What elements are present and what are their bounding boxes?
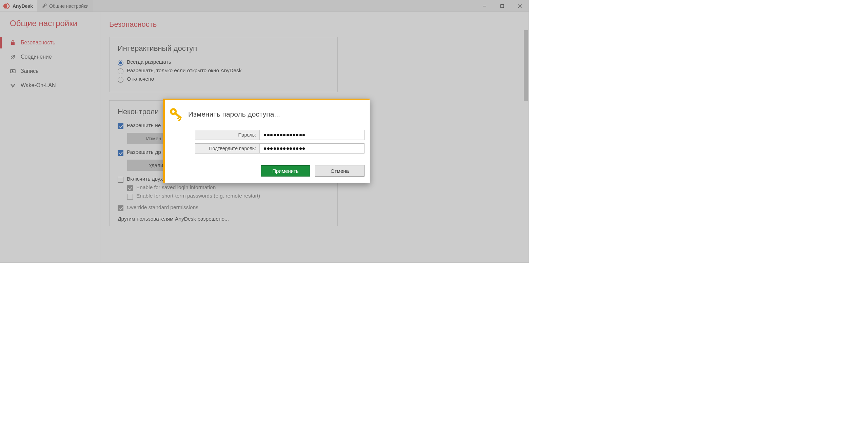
radio-option-window-open[interactable]: Разрешать, только если открыто окно AnyD… bbox=[118, 67, 329, 74]
radio-label: Всегда разрешать bbox=[127, 59, 171, 65]
app-name: AnyDesk bbox=[13, 3, 33, 9]
password-field[interactable]: Пароль: bbox=[195, 130, 364, 140]
sidebar-title: Общие настройки bbox=[10, 19, 100, 28]
scrollbar-thumb[interactable] bbox=[524, 30, 528, 101]
confirm-password-label: Подтвердите пароль: bbox=[195, 144, 260, 153]
anydesk-logo-icon bbox=[3, 3, 11, 9]
sidebar-item-security[interactable]: Безопасность bbox=[0, 36, 100, 50]
sidebar-item-label: Wake-On-LAN bbox=[21, 82, 56, 88]
key-icon bbox=[166, 104, 185, 124]
sidebar-item-connection[interactable]: Соединение bbox=[0, 50, 100, 64]
radio-option-disabled[interactable]: Отключено bbox=[118, 76, 329, 83]
apply-button[interactable]: Применить bbox=[261, 165, 310, 177]
connection-icon bbox=[10, 54, 16, 60]
confirm-password-field[interactable]: Подтвердите пароль: bbox=[195, 143, 364, 154]
tab-settings-label: Общие настройки bbox=[49, 3, 88, 9]
radio-icon bbox=[118, 77, 123, 83]
checkbox-icon bbox=[118, 177, 123, 183]
sidebar-item-label: Безопасность bbox=[21, 40, 55, 46]
checkbox-icon bbox=[118, 205, 123, 211]
checkbox-saved-login[interactable]: Enable for saved login information bbox=[127, 184, 329, 191]
radio-option-always[interactable]: Всегда разрешать bbox=[118, 59, 329, 66]
change-password-dialog: Изменить пароль доступа... Пароль: Подтв… bbox=[163, 99, 370, 183]
sidebar-item-label: Запись bbox=[21, 68, 39, 74]
checkbox-label: Разрешить не bbox=[127, 122, 161, 128]
checkbox-label: Enable for short-term passwords (e.g. re… bbox=[136, 193, 260, 199]
confirm-password-input[interactable] bbox=[264, 147, 305, 150]
sidebar-item-label: Соединение bbox=[21, 54, 52, 60]
card-title: Интерактивный доступ bbox=[118, 44, 329, 53]
others-allowed-text: Другим пользователям AnyDesk разрешено..… bbox=[118, 216, 329, 222]
tab-main[interactable]: AnyDesk bbox=[0, 0, 37, 12]
checkbox-label: Enable for saved login information bbox=[136, 184, 216, 190]
wifi-icon bbox=[10, 82, 16, 88]
change-password-button[interactable]: Измен bbox=[127, 133, 168, 144]
interactive-access-card: Интерактивный доступ Всегда разрешать Ра… bbox=[109, 37, 338, 92]
titlebar: AnyDesk Общие настройки bbox=[0, 0, 529, 12]
sidebar: Общие настройки Безопасность Соединение … bbox=[0, 12, 100, 262]
page-heading: Безопасность bbox=[109, 20, 520, 29]
minimize-button[interactable] bbox=[476, 0, 493, 12]
checkbox-icon bbox=[118, 123, 123, 129]
checkbox-icon bbox=[127, 185, 133, 191]
checkbox-icon bbox=[118, 150, 123, 156]
cancel-button[interactable]: Отмена bbox=[315, 165, 364, 177]
tab-settings[interactable]: Общие настройки bbox=[37, 0, 93, 12]
checkbox-label: Разрешить др bbox=[127, 149, 161, 155]
window-controls bbox=[476, 0, 529, 12]
radio-label: Отключено bbox=[127, 76, 154, 82]
sidebar-item-recording[interactable]: Запись bbox=[0, 64, 100, 78]
sidebar-item-wake-on-lan[interactable]: Wake-On-LAN bbox=[0, 78, 100, 93]
checkbox-label: Override standard permissions bbox=[127, 204, 198, 210]
radio-icon bbox=[118, 60, 123, 66]
dialog-title: Изменить пароль доступа... bbox=[188, 110, 280, 118]
close-button[interactable] bbox=[511, 0, 529, 12]
password-label: Пароль: bbox=[195, 130, 260, 140]
lock-icon bbox=[10, 40, 16, 46]
text-label: Другим пользователям AnyDesk разрешено..… bbox=[118, 216, 229, 222]
checkbox-short-term[interactable]: Enable for short-term passwords (e.g. re… bbox=[127, 193, 329, 200]
maximize-button[interactable] bbox=[493, 0, 511, 12]
svg-rect-0 bbox=[501, 4, 504, 7]
checkbox-icon bbox=[127, 194, 133, 200]
checkbox-override-permissions[interactable]: Override standard permissions bbox=[118, 204, 329, 211]
svg-point-2 bbox=[13, 87, 13, 88]
record-icon bbox=[10, 68, 16, 74]
app-window: AnyDesk Общие настройки Общие настройки bbox=[0, 0, 529, 263]
password-input[interactable] bbox=[264, 134, 305, 136]
radio-label: Разрешать, только если открыто окно AnyD… bbox=[127, 67, 241, 74]
radio-icon bbox=[118, 68, 123, 74]
wrench-icon bbox=[42, 3, 47, 9]
